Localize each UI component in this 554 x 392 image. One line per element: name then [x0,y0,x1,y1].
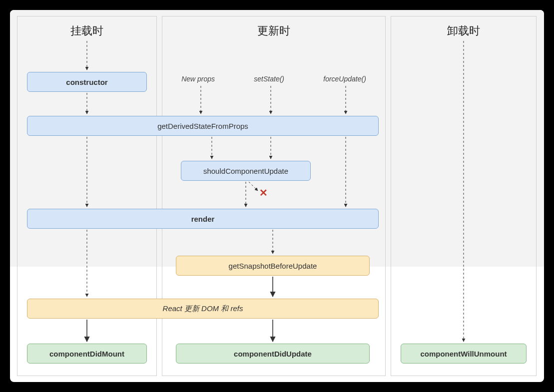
column-mount-title: 挂载时 [17,16,156,43]
trigger-new-props: New props [181,75,215,83]
column-unmount-title: 卸载时 [391,16,536,43]
column-update: 更新时 [162,16,386,376]
trigger-setstate: setState() [254,75,284,83]
node-component-did-mount: componentDidMount [27,344,147,364]
column-update-title: 更新时 [162,16,385,43]
node-render: render [27,209,379,229]
node-component-did-update: componentDidUpdate [176,344,370,364]
update-triggers: New props setState() forceUpdate() [162,75,386,83]
column-unmount: 卸载时 [391,16,537,376]
diagram-canvas: 挂载时 更新时 卸载时 New props setState() forceUp… [10,10,544,382]
node-get-derived-state: getDerivedStateFromProps [27,116,379,136]
node-react-update-dom: React 更新 DOM 和 refs [27,299,379,319]
x-mark-icon: ✕ [259,187,268,199]
node-should-component-update: shouldComponentUpdate [181,161,311,181]
node-constructor: constructor [27,72,147,92]
trigger-forceupdate: forceUpdate() [323,75,366,83]
node-component-will-unmount: componentWillUnmount [401,344,527,364]
column-mount: 挂载时 [17,16,157,376]
node-get-snapshot: getSnapshotBeforeUpdate [176,256,370,276]
